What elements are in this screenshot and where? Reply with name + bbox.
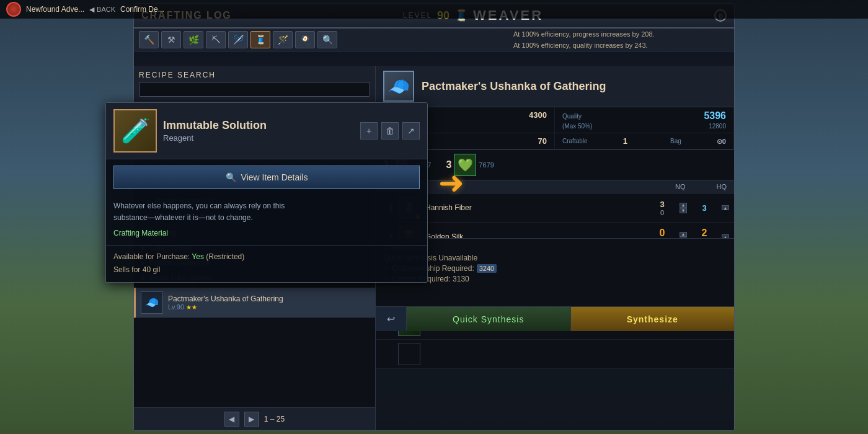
page-info: 1 – 25 [264, 415, 285, 423]
synthesize-label: Synthesize [627, 314, 678, 324]
tooltip-item-icon: 🧪 [113, 109, 157, 153]
ingredient-0-nq-top: 3 [650, 200, 675, 209]
ingredient-0-stepper-up[interactable]: ▲ [680, 203, 687, 208]
control-value: 3130 [453, 275, 469, 283]
materials-header: Materials NQ HQ [376, 180, 734, 193]
synthesize-button[interactable]: Synthesize [571, 307, 735, 331]
efficiency-line1: At 100% efficiency, progress increases b… [513, 29, 727, 40]
stat-quality: Quality 5396 (Max 50%) 12800 [555, 107, 734, 133]
quality-max-label: (Max 50%) [562, 123, 592, 130]
recipe-item-1-icon: 🧢 [141, 291, 163, 314]
craftable-label: Craftable [562, 138, 588, 144]
durability-value: 70 [538, 136, 547, 146]
quality-value: 5396 [704, 110, 726, 122]
craft-btn-0[interactable]: 🔨 [139, 31, 159, 48]
top-bar: Newfound Adve... ◀ BACK Confirm De... [0, 0, 868, 19]
game-title: Newfound Adve... [26, 5, 84, 14]
tooltip-overlay: 🧪 Immutable Solution Reagent + 🗑 ↗ 🔍 Vie… [105, 102, 428, 283]
bottom-buttons: ↩ Quick Synthesis Synthesize [376, 306, 734, 331]
item-name: Pactmaker's Ushanka of Gathering [422, 80, 606, 93]
available-restricted: (Restricted) [206, 252, 244, 261]
tooltip-header: 🧪 Immutable Solution Reagent + 🗑 ↗ [106, 103, 427, 159]
game-logo-icon [6, 2, 21, 17]
ingredient-1-stepper-up[interactable]: ▲ [680, 232, 687, 237]
crystals-bar: 3 💜 6757 3 💚 7679 [376, 150, 734, 180]
page-current: 1 [264, 415, 268, 423]
craft-btn-4[interactable]: 🪡 [228, 31, 248, 48]
craft-btn-2[interactable]: 🌿 [184, 31, 203, 48]
ingredient-0-stepper-down[interactable]: ▼ [680, 208, 687, 213]
crystal-1-sub-value: 7679 [479, 161, 494, 169]
tooltip-share-btn[interactable]: ↗ [402, 122, 420, 140]
back-button[interactable]: ◀ BACK [89, 6, 115, 14]
ingredient-0-name: Hannish Fiber [425, 203, 645, 212]
pagination-bar: ◀ ▶ 1 – 25 [134, 407, 375, 430]
craft-btn-5[interactable]: 🧵 [250, 31, 270, 48]
item-icon-large: 🧢 [383, 71, 414, 102]
page-prev-btn[interactable]: ◀ [224, 412, 239, 427]
back-icon-btn[interactable]: ↩ [376, 307, 407, 331]
confirm-text: Confirm De... [120, 5, 164, 14]
view-item-details-button[interactable]: 🔍 View Item Details [113, 166, 420, 189]
ingredient-5-icon [398, 343, 420, 365]
page-end: 25 [277, 415, 285, 423]
ingredient-0-stepper[interactable]: ▲ ▼ [680, 203, 687, 213]
crystal-1-sub: 7679 [479, 161, 494, 169]
recipe-item-1-stars: ★★ [186, 304, 197, 311]
craft-btn-3[interactable]: ⛏ [206, 31, 226, 48]
efficiency-info: At 100% efficiency, progress increases b… [506, 25, 734, 55]
sells-value: 40 gil [143, 265, 161, 274]
recipe-search-area: RECIPE SEARCH [134, 66, 375, 102]
ingredient-0-hq-stepper-up[interactable]: ▲ [722, 205, 729, 210]
ingredient-0-hq-stepper[interactable]: ▲ [722, 205, 729, 210]
control-row: ✓ Control Required: 3130 [383, 275, 727, 283]
stat-craftable: Craftable 1 Bag ⊙0 [555, 133, 734, 149]
ingredient-row-0: 3 🪢 👆 Hannish Fiber 3 0 ▲ ▼ 3 [376, 193, 734, 223]
page-next-btn[interactable]: ▶ [244, 412, 259, 427]
nq-label: NQ [675, 183, 686, 190]
difficulty-value: 4300 [529, 110, 547, 120]
characteristics-title: Characteristics [383, 244, 727, 251]
quality-max-value: 12800 [709, 123, 726, 130]
ingredient-0-hq: 3 [692, 203, 717, 213]
ingredient-0-hq-value: 3 [692, 203, 717, 213]
stats-grid: Difficulty 4300 Quality 5396 (Max 50%) 1… [376, 107, 734, 150]
tooltip-delete-btn[interactable]: 🗑 [381, 122, 399, 140]
recipe-item-1[interactable]: 🧢 Pactmaker's Ushanka of Gathering Lv.90… [134, 288, 375, 318]
ingredient-0-nq: 3 0 [650, 200, 675, 216]
craftable-value: 1 [623, 136, 627, 146]
efficiency-line2: At 100% efficiency, quality increases by… [513, 40, 727, 51]
bag-value: ⊙0 [717, 136, 726, 146]
recipe-item-1-level: Lv.90 ★★ [168, 303, 370, 311]
tooltip-header-icons: + 🗑 ↗ [360, 122, 420, 140]
view-details-search-icon: 🔍 [226, 172, 236, 182]
back-arrow-icon: ↩ [387, 313, 395, 325]
quality-label: Quality [562, 113, 582, 120]
craftsmanship-row: ✓ Craftsmanship Required: 3240 [383, 264, 727, 273]
bag-icon: ⊙0 [717, 138, 726, 145]
quick-synthesis-button[interactable]: Quick Synthesis [407, 307, 571, 331]
available-yes: Yes [192, 252, 204, 261]
quick-synthesis-row: Quick Synthesis Unavailable [383, 254, 727, 262]
tooltip-item-name: Immutable Solution [163, 119, 354, 132]
ingredient-row-5-empty [376, 340, 734, 369]
tooltip-item-title: Immutable Solution Reagent [163, 119, 354, 143]
recipe-item-1-name: Pactmaker's Ushanka of Gathering [168, 294, 370, 303]
recipe-item-1-info: Pactmaker's Ushanka of Gathering Lv.90 ★… [168, 294, 370, 311]
tooltip-description: Whatever else happens, you can always re… [106, 195, 427, 246]
craft-btn-6[interactable]: 🪄 [273, 31, 293, 48]
recipe-search-input[interactable] [139, 82, 370, 97]
detail-panel: 🧢 Pactmaker's Ushanka of Gathering Diffi… [376, 66, 734, 331]
tooltip-add-btn[interactable]: + [360, 122, 378, 140]
view-details-label: View Item Details [241, 172, 308, 182]
tooltip-arrow-icon: ➜ [438, 165, 464, 201]
craft-search-btn[interactable]: 🔍 [317, 31, 337, 48]
craft-btn-7[interactable]: 🍳 [295, 31, 315, 48]
ingredient-1-hq-value: 2 [692, 228, 717, 239]
craft-btn-1[interactable]: ⚒ [161, 31, 181, 48]
tooltip-material-label: Crafting Material [113, 228, 420, 239]
sells-label: Sells for [113, 265, 140, 274]
ingredient-1-nq-top: 0 [650, 228, 675, 239]
tooltip-desc-text: Whatever else happens, you can always re… [113, 200, 420, 224]
sells-for-row: Sells for 40 gil [113, 264, 420, 277]
